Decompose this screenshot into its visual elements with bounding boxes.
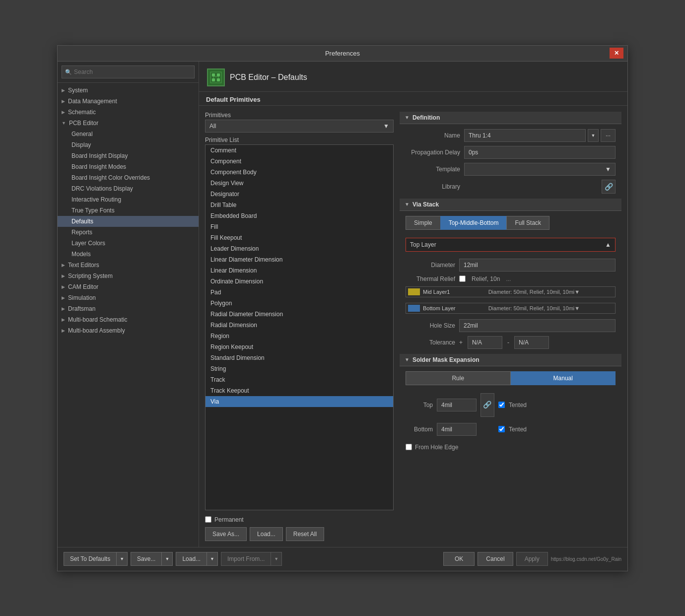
sidebar-item-draftsman[interactable]: ▶Draftsman bbox=[58, 303, 199, 314]
sidebar-item-layer-colors[interactable]: Layer Colors bbox=[58, 238, 199, 249]
sidebar-item-general[interactable]: General bbox=[58, 129, 199, 139]
tab-simple[interactable]: Simple bbox=[406, 216, 440, 230]
sidebar-item-board-insight-display[interactable]: Board Insight Display bbox=[58, 150, 199, 161]
sidebar-item-multi-board-assembly[interactable]: ▶Multi-board Assembly bbox=[58, 325, 199, 336]
sidebar-item-data-management[interactable]: ▶Data Management bbox=[58, 96, 199, 107]
primitive-standard-dimension[interactable]: Standard Dimension bbox=[206, 352, 393, 363]
mask-bottom-tented-checkbox[interactable] bbox=[498, 426, 505, 432]
primitive-comment[interactable]: Comment bbox=[206, 145, 393, 156]
tolerance-minus-input[interactable] bbox=[514, 336, 549, 349]
mask-top-tented-checkbox[interactable] bbox=[498, 402, 505, 408]
load-arrow[interactable]: ▼ bbox=[206, 552, 218, 566]
definition-panel: ▼ Definition Name ▼ ··· bbox=[400, 112, 621, 541]
solder-mask-content: Rule Manual Top 🔗 Tented bbox=[400, 366, 621, 456]
primitive-via[interactable]: Via bbox=[206, 396, 393, 407]
primitive-pad[interactable]: Pad bbox=[206, 287, 393, 298]
name-dropdown-button[interactable]: ▼ bbox=[588, 129, 599, 142]
content-header: PCB Editor – Defaults bbox=[199, 62, 627, 92]
sidebar-item-display[interactable]: Display bbox=[58, 139, 199, 150]
propagation-delay-input[interactable] bbox=[464, 146, 616, 159]
top-layer-selector[interactable]: Top Layer ▲ bbox=[406, 238, 616, 252]
primitive-embedded-board[interactable]: Embedded Board bbox=[206, 210, 393, 221]
primitive-polygon[interactable]: Polygon bbox=[206, 298, 393, 309]
diameter-input[interactable] bbox=[459, 259, 616, 272]
primitive-region-keepout[interactable]: Region Keepout bbox=[206, 342, 393, 352]
primitive-leader-dimension[interactable]: Leader Dimension bbox=[206, 243, 393, 254]
import-from-arrow[interactable]: ▼ bbox=[271, 552, 282, 566]
sidebar-item-cam-editor[interactable]: ▶CAM Editor bbox=[58, 281, 199, 292]
set-to-defaults-button[interactable]: Set To Defaults bbox=[64, 552, 116, 566]
svg-rect-0 bbox=[209, 70, 223, 84]
sidebar-item-simulation[interactable]: ▶Simulation bbox=[58, 292, 199, 303]
save-button[interactable]: Save... bbox=[131, 552, 161, 566]
sidebar-item-text-editors[interactable]: ▶Text Editors bbox=[58, 260, 199, 271]
cancel-button[interactable]: Cancel bbox=[478, 552, 513, 566]
primitive-fill[interactable]: Fill bbox=[206, 221, 393, 232]
primitive-fill-keepout[interactable]: Fill Keepout bbox=[206, 232, 393, 243]
via-stack-collapse-icon[interactable]: ▼ bbox=[405, 202, 410, 207]
load-split-main[interactable]: Load... bbox=[176, 552, 206, 566]
primitive-linear-diameter[interactable]: Linear Diameter Dimension bbox=[206, 254, 393, 265]
primitive-string[interactable]: String bbox=[206, 363, 393, 374]
sidebar-item-multi-board-schematic[interactable]: ▶Multi-board Schematic bbox=[58, 314, 199, 325]
tab-top-middle-bottom[interactable]: Top-Middle-Bottom bbox=[440, 216, 507, 230]
import-from-split-button: Import From... ▼ bbox=[221, 552, 282, 566]
sidebar-item-reports[interactable]: Reports bbox=[58, 227, 199, 238]
definition-collapse-icon[interactable]: ▼ bbox=[405, 115, 410, 120]
primitive-drill-table[interactable]: Drill Table bbox=[206, 200, 393, 210]
permanent-checkbox[interactable] bbox=[205, 516, 211, 523]
mid-layer1-item[interactable]: Mid Layer1 Diameter: 50mil, Relief, 10mi… bbox=[406, 286, 616, 297]
save-arrow[interactable]: ▼ bbox=[161, 552, 173, 566]
library-link-icon[interactable]: 🔗 bbox=[602, 180, 616, 194]
solder-rule-button[interactable]: Rule bbox=[406, 371, 511, 385]
via-stack-content: Simple Top-Middle-Bottom Full Stack Top … bbox=[400, 211, 621, 354]
load-button[interactable]: Load... bbox=[250, 527, 283, 541]
set-to-defaults-arrow[interactable]: ▼ bbox=[116, 552, 128, 566]
search-input[interactable] bbox=[62, 66, 195, 78]
close-button[interactable]: ✕ bbox=[610, 48, 623, 59]
tab-full-stack[interactable]: Full Stack bbox=[506, 216, 549, 230]
sidebar-item-schematic[interactable]: ▶Schematic bbox=[58, 107, 199, 118]
primitive-component-body[interactable]: Component Body bbox=[206, 167, 393, 178]
ok-button[interactable]: OK bbox=[443, 552, 475, 566]
sidebar-item-pcb-editor[interactable]: ▼PCB Editor bbox=[58, 118, 199, 129]
primitive-radial-dimension[interactable]: Radial Dimension bbox=[206, 320, 393, 331]
mask-link-icon[interactable]: 🔗 bbox=[480, 393, 494, 417]
svg-rect-4 bbox=[212, 78, 215, 81]
sidebar-item-system[interactable]: ▶System bbox=[58, 85, 199, 96]
primitive-component[interactable]: Component bbox=[206, 156, 393, 167]
sidebar-item-scripting-system[interactable]: ▶Scripting System bbox=[58, 271, 199, 281]
solder-mask-collapse-icon[interactable]: ▼ bbox=[405, 357, 410, 362]
bottom-layer-item[interactable]: Bottom Layer Diameter: 50mil, Relief, 10… bbox=[406, 303, 616, 314]
sidebar-item-board-insight-modes[interactable]: Board Insight Modes bbox=[58, 161, 199, 172]
sidebar-item-drc-violations[interactable]: DRC Violations Display bbox=[58, 183, 199, 194]
primitive-track[interactable]: Track bbox=[206, 374, 393, 385]
sidebar-item-true-type-fonts[interactable]: True Type Fonts bbox=[58, 205, 199, 216]
save-as-button[interactable]: Save As... bbox=[205, 527, 247, 541]
sidebar-item-interactive-routing[interactable]: Interactive Routing bbox=[58, 194, 199, 205]
hole-size-input[interactable] bbox=[459, 319, 616, 332]
primitives-dropdown[interactable]: All ▼ bbox=[205, 120, 394, 133]
primitive-ordinate-dimension[interactable]: Ordinate Dimension bbox=[206, 276, 393, 287]
thermal-relief-checkbox[interactable] bbox=[459, 275, 466, 282]
primitive-linear-dimension[interactable]: Linear Dimension bbox=[206, 265, 393, 276]
name-options-button[interactable]: ··· bbox=[601, 129, 616, 142]
primitive-designator[interactable]: Designator bbox=[206, 189, 393, 200]
mask-bottom-input[interactable] bbox=[437, 423, 477, 436]
solder-manual-button[interactable]: Manual bbox=[511, 371, 616, 385]
primitive-region[interactable]: Region bbox=[206, 331, 393, 342]
primitive-track-keepout[interactable]: Track Keepout bbox=[206, 385, 393, 396]
tolerance-plus-input[interactable] bbox=[468, 336, 502, 349]
name-input[interactable] bbox=[464, 129, 586, 142]
permanent-checkbox-label[interactable]: Permanent bbox=[205, 516, 244, 523]
template-dropdown[interactable]: ▼ bbox=[464, 163, 616, 176]
reset-all-button[interactable]: Reset All bbox=[286, 527, 324, 541]
from-hole-checkbox[interactable] bbox=[406, 444, 412, 450]
primitive-radial-diameter[interactable]: Radial Diameter Dimension bbox=[206, 309, 393, 320]
sidebar-item-defaults[interactable]: Defaults bbox=[58, 216, 199, 227]
primitive-design-view[interactable]: Design View bbox=[206, 178, 393, 189]
dropdown-value: All bbox=[209, 123, 216, 130]
sidebar-item-models[interactable]: Models bbox=[58, 249, 199, 260]
mask-top-input[interactable] bbox=[437, 399, 477, 411]
sidebar-item-board-insight-color[interactable]: Board Insight Color Overrides bbox=[58, 172, 199, 183]
